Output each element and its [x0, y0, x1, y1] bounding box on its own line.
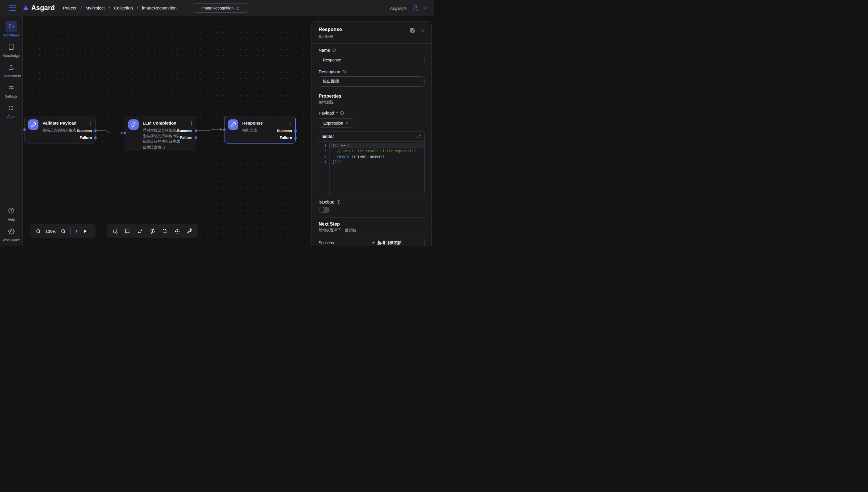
expand-icon[interactable] [417, 134, 421, 138]
zoom-out-icon[interactable] [35, 228, 41, 234]
sidebar-item-settings[interactable]: Settings [5, 82, 17, 98]
input-port[interactable] [23, 128, 26, 131]
output-success-label: Success [77, 129, 92, 133]
user-label: AsgardAI [390, 6, 407, 10]
sliders-icon [5, 82, 17, 93]
sidebar-item-environment[interactable]: Environment [1, 62, 21, 78]
line-number: 3 [319, 154, 329, 159]
kebab-menu-icon[interactable] [90, 120, 92, 127]
name-input[interactable]: Response [319, 55, 424, 65]
kebab-menu-icon[interactable] [190, 120, 192, 127]
description-input[interactable]: 輸出回應 [319, 76, 424, 87]
input-port[interactable] [223, 128, 226, 131]
toggle-knob [319, 207, 324, 212]
zoom-in-icon[interactable] [60, 228, 66, 234]
isdebug-toggle[interactable] [319, 207, 329, 213]
folder-open-icon [5, 21, 17, 32]
sidebar-item-label: Help [8, 218, 15, 222]
wrench-icon [28, 119, 39, 130]
move-icon[interactable] [174, 228, 180, 234]
info-icon[interactable] [340, 111, 344, 115]
node-validate-payload[interactable]: Validate Payload 定義工具的輸入格式 Success Failu… [24, 116, 96, 144]
hamburger-menu-icon[interactable] [8, 5, 16, 10]
node-response[interactable]: Response 輸出回應 Success Failure [224, 116, 296, 144]
navbar-right: AsgardAI [390, 0, 428, 16]
sidebar-item-label: Environment [1, 74, 21, 78]
llm-refresh-bulb-icon[interactable] [150, 228, 155, 234]
payload-type-select[interactable]: Expression [319, 118, 353, 128]
breadcrumb-workflow[interactable]: imageRecognition [142, 5, 176, 10]
failure-port[interactable] [294, 137, 297, 139]
node-subtitle: 定義工具的輸入格式 [43, 127, 76, 133]
info-icon[interactable] [337, 200, 341, 204]
sidebar-item-workflows[interactable]: Workflows [3, 21, 19, 37]
success-port[interactable] [294, 129, 297, 132]
success-port[interactable] [195, 129, 197, 132]
run-play-icon[interactable] [83, 229, 88, 233]
output-failure-label: Failure [79, 136, 92, 140]
user-avatar-icon[interactable] [412, 4, 419, 12]
info-icon[interactable] [332, 48, 336, 52]
line-number: 2 [319, 148, 329, 154]
left-sidebar: Workflows Knowledge Environment [0, 16, 23, 246]
chevron-down-icon[interactable] [423, 7, 428, 9]
breadcrumb-separator: / [137, 5, 138, 10]
panel-subtitle: 輸出回應 [319, 34, 424, 39]
code-line[interactable]: 4})() [319, 159, 424, 165]
workflow-select[interactable]: imageRecognition [193, 3, 248, 13]
next-step-subtitle: 新增或選擇下一個節點 [319, 228, 424, 233]
sidebar-item-workspace[interactable]: Workspace [3, 225, 20, 242]
sidebar-item-apps[interactable]: Apps [5, 102, 17, 119]
breadcrumb-separator: / [109, 5, 110, 10]
swap-arrows-icon[interactable] [137, 228, 143, 234]
breadcrumb-project[interactable]: Project [63, 5, 76, 10]
add-icon[interactable]: + [75, 228, 78, 234]
grid-dots-icon [5, 102, 17, 114]
info-icon[interactable] [342, 70, 346, 74]
breadcrumb-myproject[interactable]: MyProject [85, 5, 105, 10]
properties-title: Properties [319, 94, 424, 99]
failure-port[interactable] [94, 137, 97, 139]
section-divider [319, 217, 424, 218]
success-port[interactable] [94, 129, 97, 132]
breadcrumb-collection[interactable]: Collection [114, 5, 133, 10]
code-line[interactable]: 2 // return the result of the expression [319, 148, 424, 154]
payload-type-value: Expression [323, 121, 343, 125]
isdebug-label: isDebug [319, 199, 424, 204]
sidebar-item-knowledge[interactable]: Knowledge [3, 41, 20, 58]
comment-icon[interactable] [125, 228, 131, 234]
node-subtitle: 輸出回應 [242, 127, 257, 133]
code-lines[interactable]: 1(() => {2 // return the result of the e… [319, 142, 424, 195]
failure-port[interactable] [195, 137, 197, 139]
wrench-icon [228, 119, 238, 130]
sidebar-item-help[interactable]: Help [5, 205, 17, 222]
save-icon[interactable] [410, 28, 415, 33]
wrench-icon[interactable] [187, 228, 192, 234]
sidebar-item-label: Settings [5, 94, 17, 98]
input-port[interactable] [123, 132, 126, 134]
code-line[interactable]: 3 return {answer: answer} [319, 154, 424, 159]
code-line[interactable]: 1(() => { [319, 143, 424, 148]
edge-llm-to-response [196, 129, 220, 131]
chevron-up-down-icon [236, 6, 240, 10]
output-failure-label: Failure [180, 136, 192, 140]
llm-refresh-bulb-icon [128, 119, 139, 130]
toolbar-divider [70, 227, 71, 235]
kebab-menu-icon[interactable] [290, 120, 292, 127]
edge-validate-to-llm [96, 131, 121, 133]
search-icon[interactable] [162, 228, 168, 234]
editor-title: Editor [322, 134, 334, 139]
brand-logo[interactable]: Asgard [23, 4, 55, 12]
node-llm-completion[interactable]: LLM Completion 呼叫大型語言模型並產生結構化的資料輸出以輔助流程的… [125, 116, 196, 151]
zoom-toolbar: 100% + [30, 224, 96, 238]
close-icon[interactable] [421, 28, 425, 33]
panel-title: Response [319, 27, 424, 32]
output-success-label: Success [177, 129, 192, 133]
node-config-panel: Response 輸出回應 Name Response [312, 21, 432, 246]
editor-header: Editor [319, 131, 424, 142]
add-node-icon[interactable] [112, 228, 118, 234]
sidebar-item-label: Workflows [3, 33, 19, 37]
book-icon [5, 41, 17, 52]
add-target-node-button[interactable]: + 新增目標節點 [349, 237, 424, 246]
node-title: LLM Completion [143, 121, 176, 125]
